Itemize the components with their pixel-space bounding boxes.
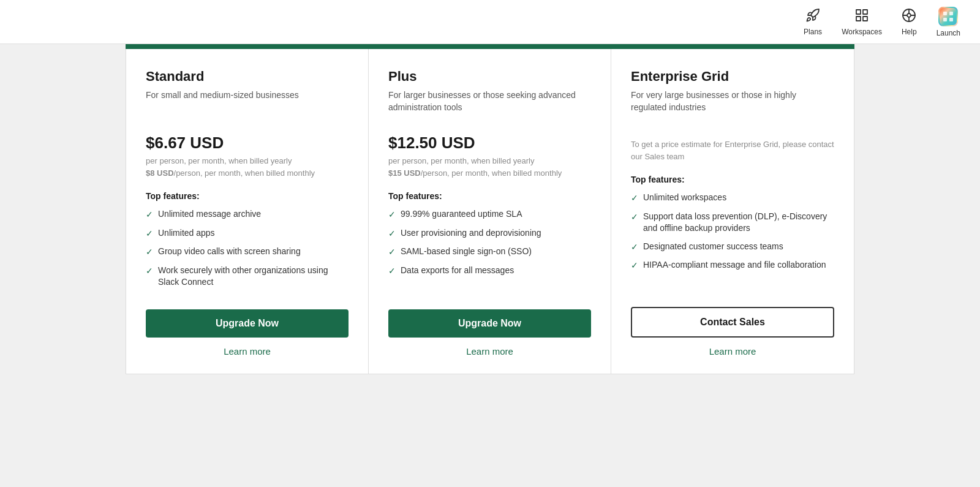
list-item: ✓99.99% guaranteed uptime SLA: [388, 208, 591, 221]
list-item: ✓Support data loss prevention (DLP), e-D…: [631, 211, 834, 235]
plan-standard: Standard For small and medium-sized busi…: [126, 49, 369, 374]
plus-actions: Upgrade Now Learn more: [388, 309, 591, 357]
enterprise-contact-button[interactable]: Contact Sales: [631, 307, 834, 338]
list-item: ✓Data exports for all messages: [388, 265, 591, 277]
standard-price-detail-1: per person, per month, when billed yearl…: [146, 156, 292, 165]
enterprise-actions: Contact Sales Learn more: [631, 307, 834, 357]
check-icon: ✓: [388, 209, 396, 221]
svg-rect-2: [856, 17, 861, 21]
enterprise-desc: For very large businesses or those in hi…: [631, 89, 834, 119]
plus-upgrade-button[interactable]: Upgrade Now: [388, 309, 591, 338]
check-icon: ✓: [146, 209, 153, 221]
standard-price: $6.67 USD: [146, 134, 349, 153]
nav-workspaces-label: Workspaces: [842, 28, 882, 36]
nav-launch-label: Launch: [937, 29, 960, 37]
list-item: ✓User provisioning and deprovisioning: [388, 227, 591, 240]
list-item: ✓Work securely with other organizations …: [146, 265, 349, 289]
launch-icon: [938, 7, 958, 26]
list-item: ✓Unlimited workspaces: [631, 192, 834, 205]
check-icon: ✓: [388, 246, 396, 259]
accent-bar: [126, 44, 854, 49]
plus-name: Plus: [388, 69, 591, 85]
check-icon: ✓: [146, 265, 153, 277]
nav-help-label: Help: [902, 28, 917, 36]
list-item: ✓SAML-based single sign-on (SSO): [388, 246, 591, 259]
standard-price-bold: $8 USD: [146, 168, 174, 178]
plus-price-section: $12.50 USD per person, per month, when b…: [388, 134, 591, 179]
svg-rect-1: [863, 10, 867, 14]
standard-price-detail: per person, per month, when billed yearl…: [146, 155, 349, 179]
plus-price-detail-1: per person, per month, when billed yearl…: [388, 156, 534, 165]
standard-name: Standard: [146, 69, 349, 85]
nav-items: Plans Workspaces: [804, 7, 960, 37]
list-item: ✓Unlimited apps: [146, 227, 349, 240]
plus-desc: For larger businesses or those seeking a…: [388, 89, 591, 119]
nav-help[interactable]: Help: [902, 8, 917, 36]
list-item: ✓Unlimited message archive: [146, 208, 349, 221]
check-icon: ✓: [631, 211, 638, 224]
standard-desc: For small and medium-sized businesses: [146, 89, 349, 119]
nav-plans[interactable]: Plans: [804, 8, 822, 36]
plus-price-detail: per person, per month, when billed yearl…: [388, 155, 591, 179]
check-icon: ✓: [146, 246, 153, 259]
enterprise-name: Enterprise Grid: [631, 69, 834, 85]
svg-rect-12: [949, 12, 953, 15]
check-icon: ✓: [631, 241, 638, 254]
svg-rect-10: [940, 8, 957, 25]
help-icon: [902, 8, 916, 25]
enterprise-price-contact: To get a price estimate for Enterprise G…: [631, 138, 834, 162]
plan-enterprise: Enterprise Grid For very large businesse…: [611, 49, 854, 374]
nav-workspaces[interactable]: Workspaces: [842, 8, 882, 36]
plus-features-label: Top features:: [388, 191, 591, 201]
plus-learn-more[interactable]: Learn more: [388, 346, 591, 357]
enterprise-features-label: Top features:: [631, 175, 834, 184]
svg-rect-14: [949, 18, 953, 21]
standard-features-label: Top features:: [146, 191, 349, 201]
plus-price-detail-2b: /person, per month, when billed monthly: [421, 168, 562, 178]
check-icon: ✓: [388, 228, 396, 240]
svg-rect-11: [943, 12, 947, 15]
enterprise-features-list: ✓Unlimited workspaces ✓Support data loss…: [631, 192, 834, 292]
svg-rect-13: [943, 18, 947, 21]
list-item: ✓Group video calls with screen sharing: [146, 246, 349, 259]
nav-launch[interactable]: Launch: [937, 7, 960, 37]
svg-rect-3: [863, 17, 867, 21]
enterprise-price-section: To get a price estimate for Enterprise G…: [631, 134, 834, 162]
plan-plus: Plus For larger businesses or those seek…: [369, 49, 611, 374]
list-item: ✓HIPAA-compliant message and file collab…: [631, 259, 834, 272]
standard-upgrade-button[interactable]: Upgrade Now: [146, 309, 349, 338]
plans-grid: Standard For small and medium-sized busi…: [126, 49, 854, 374]
check-icon: ✓: [146, 228, 153, 240]
standard-features-list: ✓Unlimited message archive ✓Unlimited ap…: [146, 208, 349, 295]
plus-price-bold: $15 USD: [388, 168, 421, 178]
check-icon: ✓: [388, 265, 396, 277]
top-nav: Plans Workspaces: [0, 0, 980, 44]
plus-features-list: ✓99.99% guaranteed uptime SLA ✓User prov…: [388, 208, 591, 295]
check-icon: ✓: [631, 260, 638, 272]
standard-price-section: $6.67 USD per person, per month, when bi…: [146, 134, 349, 179]
nav-plans-label: Plans: [804, 28, 822, 36]
standard-price-detail-2b: /person, per month, when billed monthly: [174, 168, 315, 178]
main-content: Standard For small and medium-sized busi…: [0, 49, 980, 399]
plus-price: $12.50 USD: [388, 134, 591, 153]
standard-actions: Upgrade Now Learn more: [146, 309, 349, 357]
check-icon: ✓: [631, 192, 638, 205]
enterprise-learn-more[interactable]: Learn more: [631, 346, 834, 357]
grid-icon: [854, 8, 869, 25]
list-item: ✓Designated customer success teams: [631, 241, 834, 254]
rocket-icon: [805, 8, 820, 25]
svg-rect-0: [856, 10, 861, 14]
standard-learn-more[interactable]: Learn more: [146, 346, 349, 357]
